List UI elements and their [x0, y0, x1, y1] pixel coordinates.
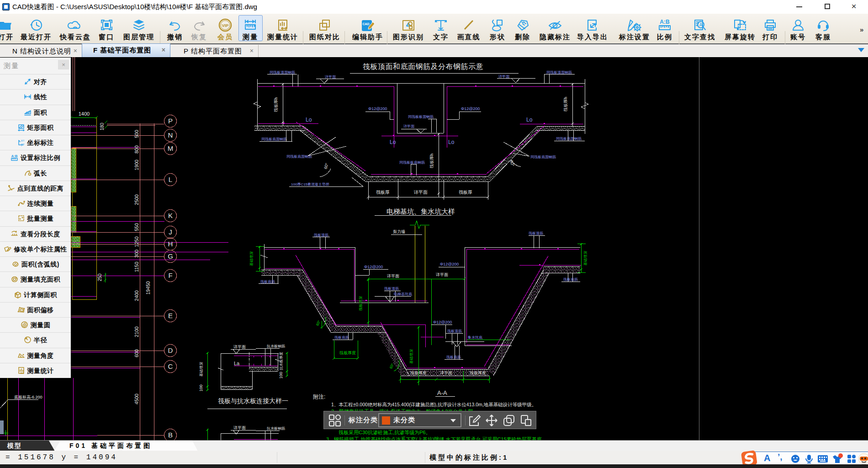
svg-text:抗水板钢筋: 抗水板钢筋 — [267, 344, 285, 348]
svg-text:4500: 4500 — [134, 394, 139, 404]
svg-text:J: J — [169, 228, 172, 236]
svg-text:550: 550 — [134, 223, 139, 231]
svg-text:筏板底筋: 筏板底筋 — [334, 335, 349, 340]
svg-text:x=: x= — [21, 139, 25, 142]
svg-text:Lo: Lo — [448, 139, 455, 145]
svg-text:CAD: CAD — [362, 22, 369, 26]
svg-text:F: F — [168, 271, 172, 279]
svg-text:K: K — [168, 212, 173, 219]
svg-text:基础埋深: 基础埋深 — [199, 362, 203, 377]
svg-text:筏板厚: 筏板厚 — [376, 190, 390, 195]
svg-text:筏板顶筋: 筏板顶筋 — [529, 231, 543, 235]
svg-text:筏板厚h: 筏板厚h — [429, 154, 434, 168]
svg-text:3、钢筋接驳工,均按基础找中点连系下窄(上基坑)隙缝,水下若: 3、钢筋接驳工,均按基础找中点连系下窄(上基坑)隙缝,水下若见双承台,可采用C1… — [326, 436, 547, 440]
svg-text:500: 500 — [134, 130, 139, 138]
svg-text:Lo: Lo — [390, 139, 396, 145]
svg-text:60°: 60° — [509, 160, 515, 167]
svg-text:电梯基坑、集水坑大样: 电梯基坑、集水坑大样 — [386, 207, 455, 215]
svg-text:C: C — [168, 362, 173, 370]
svg-text:La: La — [234, 361, 240, 366]
svg-text:1900: 1900 — [134, 160, 139, 170]
svg-text:A-A: A-A — [437, 389, 447, 396]
svg-text:60°: 60° — [389, 363, 395, 370]
svg-text:基础埋深: 基础埋深 — [249, 251, 254, 266]
svg-text:VIP: VIP — [222, 23, 229, 28]
svg-text:筏板与抗水板连接大样一: 筏板与抗水板连接大样一 — [218, 397, 288, 404]
svg-text:Lo: Lo — [526, 117, 533, 123]
svg-text:详平面: 详平面 — [233, 425, 246, 430]
svg-text:同筏板底面钢筋: 同筏板底面钢筋 — [530, 155, 556, 159]
svg-text:详平面: 详平面 — [436, 272, 448, 277]
svg-text:60°: 60° — [323, 162, 329, 170]
svg-text:1250: 1250 — [134, 236, 139, 247]
svg-text:详平面: 详平面 — [233, 345, 246, 349]
svg-text:1、本工程±0.000绝对标高为415.400(详建施总图): 1、本工程±0.000绝对标高为415.400(详建施总图),抗浮设计水位413… — [331, 402, 536, 407]
svg-text:Lo: Lo — [306, 117, 312, 123]
svg-text:Φ12@200: Φ12@200 — [461, 106, 480, 111]
svg-text:600: 600 — [134, 349, 139, 357]
svg-text:电梯基坑底: 电梯基坑底 — [394, 292, 412, 296]
svg-text:筏板顶筋: 筏板顶筋 — [384, 287, 399, 291]
svg-text:基础埋深: 基础埋深 — [409, 349, 413, 364]
svg-text:同筏板底面钢筋: 同筏板底面钢筋 — [556, 137, 582, 141]
svg-text:详平面: 详平面 — [403, 124, 415, 128]
svg-text:300: 300 — [134, 250, 139, 258]
svg-text:同筏板底面钢筋: 同筏板底面钢筋 — [261, 137, 287, 141]
svg-text:剪力墙: 剪力墙 — [393, 229, 405, 234]
svg-text:筏板顶面和底面钢筋及分布钢筋示意: 筏板顶面和底面钢筋及分布钢筋示意 — [363, 63, 483, 70]
svg-text:P: P — [168, 117, 173, 125]
svg-text:详平面: 详平面 — [413, 190, 428, 195]
svg-text:抗水板钢筋: 抗水板钢筋 — [267, 426, 285, 431]
svg-text:2500: 2500 — [134, 194, 139, 205]
svg-text:筏板底筋: 筏板底筋 — [563, 277, 578, 282]
svg-text:1150: 1150 — [134, 262, 139, 272]
svg-text:筏板厚h: 筏板厚h — [274, 97, 278, 112]
svg-text:19450: 19450 — [145, 281, 151, 294]
svg-text:100: 100 — [279, 372, 283, 378]
svg-text:附注:: 附注: — [313, 394, 325, 400]
svg-text:2100: 2100 — [134, 326, 139, 337]
svg-text:N: N — [168, 131, 173, 139]
svg-text:100厚C15素混凝土垫层: 100厚C15素混凝土垫层 — [291, 182, 329, 186]
svg-text:Φ12@200: Φ12@200 — [440, 262, 459, 266]
svg-text:250: 250 — [97, 273, 102, 281]
svg-text:筏板顶筋: 筏板顶筋 — [447, 329, 462, 333]
svg-text:同筏板底面钢筋: 同筏板底面钢筋 — [286, 154, 312, 159]
svg-text:筏板厚h: 筏板厚h — [563, 97, 568, 112]
svg-text:800: 800 — [134, 145, 139, 154]
svg-text:基础埋深: 基础埋深 — [583, 251, 587, 266]
svg-text:B: B — [168, 431, 173, 439]
svg-text:同筏板板面钢筋: 同筏板板面钢筋 — [408, 115, 434, 119]
svg-text:D: D — [168, 346, 173, 354]
svg-text:G: G — [168, 252, 173, 260]
svg-text:A: A — [699, 22, 703, 27]
svg-text:E: E — [168, 312, 173, 319]
svg-text:H: H — [168, 240, 173, 248]
svg-text:详平面: 详平面 — [387, 274, 399, 278]
svg-text:1400: 1400 — [79, 111, 90, 117]
svg-text:筏板底筋: 筏板底筋 — [260, 280, 275, 284]
svg-text:y=: y= — [21, 143, 25, 146]
svg-text:筏板采用C30抗渗砼施工,抗渗等级为P6。: 筏板采用C30抗渗砼施工,抗渗等级为P6。 — [339, 430, 431, 435]
svg-text:L: L — [169, 176, 172, 183]
svg-text:底板标高-6.200: 底板标高-6.200 — [14, 395, 42, 399]
svg-text:筏板厚度: 筏板厚度 — [339, 351, 356, 355]
svg-text:详平面: 详平面 — [440, 371, 452, 375]
svg-text:2400: 2400 — [134, 290, 139, 301]
svg-text:Φ12@200: Φ12@200 — [364, 265, 383, 269]
svg-text:60°: 60° — [315, 320, 321, 327]
svg-text:A:B: A:B — [11, 154, 17, 158]
svg-text:筏板埋深: 筏板埋深 — [359, 296, 363, 311]
svg-text:筏板底筋: 筏板底筋 — [446, 355, 461, 359]
svg-text:筏板厚度: 筏板厚度 — [470, 371, 486, 375]
svg-text:M: M — [168, 144, 174, 152]
svg-text:100: 100 — [199, 384, 203, 391]
svg-text:抗水板厚度: 抗水板厚度 — [279, 352, 283, 370]
svg-text:筏板厚度: 筏板厚度 — [410, 371, 427, 375]
svg-text:Φ12@200: Φ12@200 — [368, 106, 387, 111]
svg-text:A:B: A:B — [660, 19, 670, 25]
svg-text:集水坑底: 集水坑底 — [468, 335, 482, 340]
svg-text:筏板厚: 筏板厚 — [459, 190, 472, 195]
svg-text:筏板顶筋: 筏板顶筋 — [314, 233, 328, 237]
svg-text:Φ12@200: Φ12@200 — [433, 320, 452, 324]
